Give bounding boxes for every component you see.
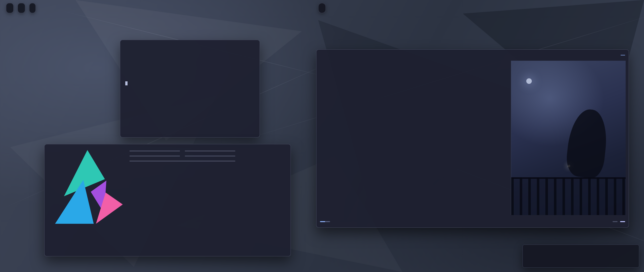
software-section-header bbox=[130, 153, 235, 158]
blank-line bbox=[125, 49, 255, 54]
launcher-button[interactable] bbox=[6, 3, 14, 13]
text-cursor bbox=[125, 81, 128, 85]
scroll-percent-badge bbox=[613, 221, 618, 222]
mode-badge bbox=[320, 221, 325, 222]
audio-visualizer bbox=[29, 3, 36, 13]
rule-line bbox=[185, 156, 235, 156]
workspaces bbox=[18, 3, 25, 13]
top-bar bbox=[0, 0, 644, 15]
listing-header bbox=[125, 65, 255, 70]
rule-line bbox=[185, 151, 235, 151]
statusbar-right bbox=[610, 221, 625, 222]
prompt-cwd-line bbox=[125, 76, 255, 81]
prompt-cwd-line bbox=[125, 54, 255, 60]
shell-command-line bbox=[125, 60, 255, 65]
fetch-window[interactable] bbox=[44, 144, 291, 256]
file-manager-statusbar bbox=[320, 218, 625, 225]
file-manager-header bbox=[321, 52, 625, 58]
preview-moon bbox=[526, 78, 532, 84]
tab-indicator[interactable] bbox=[621, 55, 625, 55]
rule-line bbox=[130, 156, 180, 156]
file-size-badge bbox=[325, 221, 330, 222]
hardware-section-header bbox=[130, 148, 235, 153]
top-bar-center bbox=[318, 3, 326, 13]
distro-logo bbox=[49, 148, 124, 225]
blank-line bbox=[125, 70, 255, 76]
file-manager-window[interactable] bbox=[316, 49, 629, 228]
preview-image bbox=[511, 61, 626, 215]
fetch-info bbox=[130, 148, 235, 166]
rule-line bbox=[130, 161, 235, 161]
notification[interactable] bbox=[522, 245, 639, 268]
shell-command-line bbox=[125, 44, 255, 49]
file-list bbox=[358, 61, 510, 215]
media-widget[interactable] bbox=[318, 3, 326, 13]
terminal-window[interactable] bbox=[120, 40, 260, 138]
bottom-rule bbox=[130, 158, 235, 163]
list-position-badge bbox=[620, 221, 625, 222]
statusbar-left bbox=[320, 221, 333, 222]
rule-line bbox=[130, 151, 180, 151]
preview-railing bbox=[511, 177, 626, 215]
shell-prompt bbox=[125, 81, 255, 86]
